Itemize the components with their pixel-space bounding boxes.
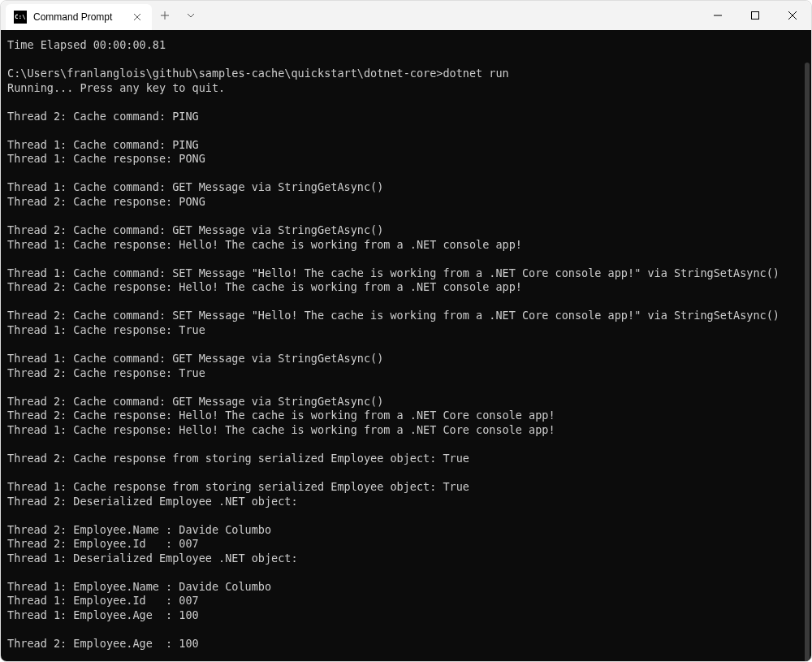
scrollbar-thumb[interactable] xyxy=(805,63,810,662)
maximize-icon xyxy=(751,11,759,19)
close-icon xyxy=(133,13,141,21)
plus-icon xyxy=(161,11,169,19)
tab-title: Command Prompt xyxy=(33,11,124,23)
terminal-text: Time Elapsed 00:00:00.81 C:\Users\franla… xyxy=(7,38,805,651)
chevron-down-icon xyxy=(187,13,195,18)
window-titlebar: C:\ Command Prompt xyxy=(1,1,811,30)
window-controls xyxy=(699,1,811,30)
tab-command-prompt[interactable]: C:\ Command Prompt xyxy=(6,4,152,30)
close-window-button[interactable] xyxy=(774,1,811,30)
cmd-icon: C:\ xyxy=(14,11,27,24)
close-icon xyxy=(788,11,797,19)
new-tab-button[interactable] xyxy=(152,1,178,30)
svg-rect-5 xyxy=(752,12,759,19)
minimize-button[interactable] xyxy=(699,1,736,30)
tab-dropdown-button[interactable] xyxy=(178,1,204,30)
minimize-icon xyxy=(714,11,722,19)
maximize-button[interactable] xyxy=(736,1,774,30)
close-tab-button[interactable] xyxy=(131,11,144,24)
tab-strip: C:\ Command Prompt xyxy=(1,1,204,30)
terminal-output[interactable]: Time Elapsed 00:00:00.81 C:\Users\franla… xyxy=(1,30,811,662)
